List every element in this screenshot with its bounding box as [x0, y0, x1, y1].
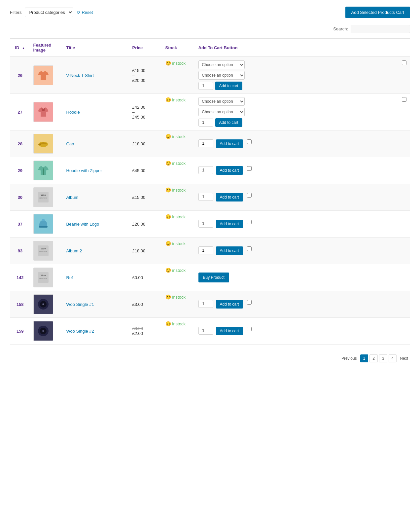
product-title-link[interactable]: Woo Single #2 [66, 329, 94, 334]
product-id-cell: 83 [10, 238, 30, 264]
row-select-checkbox[interactable] [402, 97, 406, 102]
row-select-checkbox[interactable] [247, 220, 252, 224]
product-title-link[interactable]: V-Neck T-Shirt [66, 73, 94, 78]
product-title-link[interactable]: Beanie with Logo [66, 222, 99, 227]
product-title-cell: Album [63, 184, 129, 211]
quantity-input[interactable] [198, 139, 213, 147]
product-image-cell: Woo commerce [30, 238, 63, 264]
table-row: 158 Woo Single #1£3.00😊instockAdd to car… [10, 291, 410, 318]
product-id-cell: 37 [10, 211, 30, 238]
add-to-cart-button[interactable]: Add to cart [215, 118, 242, 127]
product-image-cell [30, 211, 63, 238]
svg-text:Woo: Woo [41, 194, 46, 196]
pagination: Previous 1 2 3 4 Next [10, 351, 410, 366]
product-image-cell: Woo commerce [30, 264, 63, 291]
category-select[interactable]: Product categories Clothing Music [25, 8, 73, 17]
price-min: £42.00 [132, 105, 146, 110]
product-id-cell: 29 [10, 157, 30, 184]
search-input[interactable] [351, 25, 410, 33]
price-value: £15.00 [132, 195, 146, 200]
stock-icon: 😊 [165, 214, 171, 219]
row-select-checkbox[interactable] [247, 193, 252, 198]
product-id-cell: 26 [10, 57, 30, 94]
product-image-cell [30, 57, 63, 94]
product-price-cell: £15.00–£20.00 [129, 57, 162, 94]
stock-icon: 😊 [165, 161, 171, 166]
row-select-checkbox[interactable] [247, 139, 252, 144]
buy-product-button[interactable]: Buy Product [198, 273, 229, 282]
add-to-cart-button[interactable]: Add to cart [216, 139, 243, 148]
stock-label: instock [172, 214, 186, 219]
row-select-checkbox[interactable] [402, 60, 406, 65]
price-dash: – [132, 73, 135, 78]
product-title-link[interactable]: Album 2 [66, 248, 82, 253]
product-title-link[interactable]: Hoodie [66, 110, 80, 115]
product-price-cell: £3.00 [129, 291, 162, 318]
quantity-input[interactable] [198, 300, 213, 308]
add-selected-products-button[interactable]: Add Selected Products Cart [345, 7, 410, 18]
add-to-cart-button[interactable]: Add to cart [216, 166, 243, 175]
add-to-cart-button[interactable]: Add to cart [216, 327, 243, 335]
quantity-input[interactable] [198, 220, 213, 228]
variable-cart-controls: Choose an optionChoose an optionAdd to c… [198, 60, 398, 90]
product-cart-cell: Add to cart [195, 291, 410, 318]
product-image-cell [30, 130, 63, 157]
price-value: £0.00 [132, 275, 143, 280]
product-title-link[interactable]: Cap [66, 141, 74, 146]
add-to-cart-button[interactable]: Add to cart [215, 82, 242, 90]
quantity-input[interactable] [198, 246, 213, 254]
pagination-next[interactable]: Next [398, 355, 410, 362]
stock-icon: 😊 [165, 268, 171, 273]
product-image-cell [30, 157, 63, 184]
product-image-cell [30, 318, 63, 345]
product-price-cell: £20.00 [129, 211, 162, 238]
add-to-cart-button[interactable]: Add to cart [216, 220, 243, 228]
table-row: 142 Woo commerce Ref£0.00😊instockBuy Pro… [10, 264, 410, 291]
product-title-cell: Ref [63, 264, 129, 291]
stock-icon: 😊 [165, 187, 171, 193]
add-to-cart-button[interactable]: Add to cart [216, 300, 243, 309]
quantity-input[interactable] [198, 82, 213, 90]
quantity-input[interactable] [198, 119, 213, 127]
option-select-2[interactable]: Choose an option [198, 108, 245, 116]
product-title-cell: Album 2 [63, 238, 129, 264]
col-header-id[interactable]: ID ▲ [10, 39, 30, 57]
option-select-1[interactable]: Choose an option [198, 60, 245, 69]
quantity-input[interactable] [198, 193, 213, 201]
add-to-cart-button[interactable]: Add to cart [216, 193, 243, 201]
reset-button[interactable]: ↺ Reset [77, 10, 93, 15]
option-select-1[interactable]: Choose an option [198, 97, 245, 106]
row-select-checkbox[interactable] [247, 166, 252, 171]
quantity-input[interactable] [198, 166, 213, 174]
pagination-page-3[interactable]: 3 [379, 354, 387, 362]
product-title-link[interactable]: Hoodie with Zipper [66, 168, 102, 173]
svg-text:commerce: commerce [39, 197, 47, 199]
row-select-checkbox[interactable] [247, 327, 252, 331]
quantity-input[interactable] [198, 327, 213, 335]
product-cart-cell: Add to cart [195, 238, 410, 264]
stock-icon: 😊 [165, 294, 171, 300]
product-title-link[interactable]: Woo Single #1 [66, 302, 94, 307]
table-row: 30 Woo commerce Album£15.00😊instockAdd t… [10, 184, 410, 211]
price-sale: £2.00 [132, 331, 143, 336]
pagination-previous[interactable]: Previous [339, 355, 359, 362]
row-select-checkbox[interactable] [247, 300, 252, 305]
product-price-cell: £0.00 [129, 264, 162, 291]
stock-label: instock [172, 61, 186, 66]
pagination-page-4[interactable]: 4 [389, 354, 397, 362]
product-title-link[interactable]: Album [66, 195, 79, 200]
sort-arrow-id: ▲ [22, 46, 25, 50]
stock-label: instock [172, 295, 186, 300]
svg-text:Woo: Woo [41, 247, 46, 250]
row-select-checkbox[interactable] [247, 246, 252, 251]
pagination-page-2[interactable]: 2 [369, 354, 378, 362]
pagination-page-1[interactable]: 1 [360, 354, 368, 362]
table-row: 37 Beanie with Logo£20.00😊instockAdd to … [10, 211, 410, 238]
table-header-row: ID ▲ Featured Image Title Price Stock Ad… [10, 39, 410, 57]
option-select-2[interactable]: Choose an option [198, 71, 245, 80]
add-to-cart-button[interactable]: Add to cart [216, 246, 243, 255]
product-title-link[interactable]: Ref [66, 275, 73, 280]
price-max: £20.00 [132, 78, 146, 83]
search-bar: Search: [10, 25, 410, 33]
product-stock-cell: 😊instock [162, 318, 195, 330]
